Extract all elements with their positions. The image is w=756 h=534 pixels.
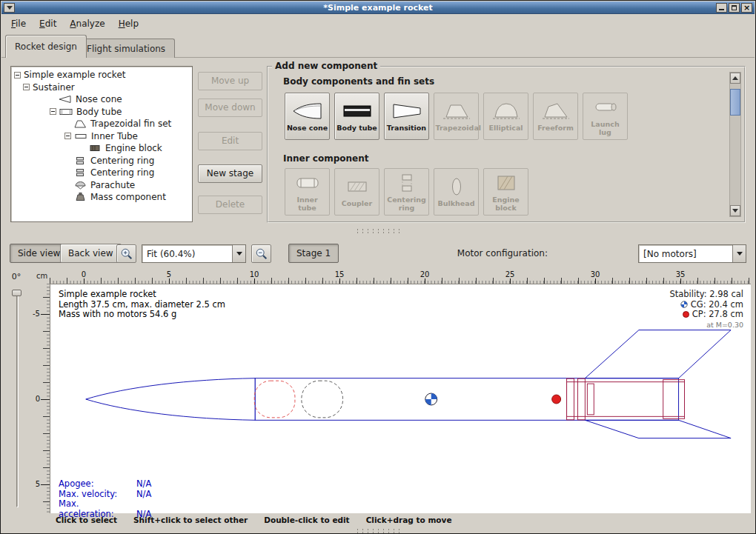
tree-item-fin-set[interactable]: Trapezoidal fin set xyxy=(11,118,192,130)
menu-help[interactable]: Help xyxy=(112,16,145,32)
scrollbar-thumb[interactable] xyxy=(730,89,740,116)
component-button-label: Centering ring xyxy=(386,196,428,212)
engine-block-icon xyxy=(490,172,523,194)
tree-item-label: Centering ring xyxy=(90,156,154,166)
motor-configuration-value: [No motors] xyxy=(639,249,732,259)
component-button-label: Coupler xyxy=(342,200,372,207)
stage-1-toggle[interactable]: Stage 1 xyxy=(288,244,339,263)
motor-configuration-label: Motor configuration: xyxy=(457,248,548,258)
tree-item-inner-tube[interactable]: Inner Tube xyxy=(11,130,192,143)
transition-icon xyxy=(391,100,423,122)
collapse-icon[interactable] xyxy=(64,133,71,139)
collapse-icon[interactable] xyxy=(23,84,30,90)
motor-configuration-select[interactable]: [No motors] xyxy=(638,244,746,263)
scroll-up-button[interactable] xyxy=(730,73,740,84)
mass-component-icon xyxy=(73,193,87,201)
collapse-icon[interactable] xyxy=(14,72,21,79)
ruler-tick-label: 25 xyxy=(505,270,516,278)
zoom-select[interactable]: Fit (60.4%) xyxy=(142,244,246,263)
cp-value: CP: 27.8 cm xyxy=(692,310,743,320)
chevron-down-icon[interactable] xyxy=(232,245,245,262)
zoom-out-icon xyxy=(255,247,268,261)
down-arrow-icon xyxy=(732,209,738,213)
rocket-dimensions: Length 37.5 cm, max. diameter 2.5 cm xyxy=(59,300,225,310)
menu-analyze[interactable]: Analyze xyxy=(63,16,111,32)
scroll-down-button[interactable] xyxy=(730,205,740,216)
add-engine-block-button: Engine block xyxy=(483,168,528,216)
tree-item-label: Trapezoidal fin set xyxy=(90,119,171,129)
add-bulkhead-button: Bulkhead xyxy=(434,168,479,216)
zoom-in-button[interactable] xyxy=(116,244,136,263)
add-nose-cone-button[interactable]: Nose cone xyxy=(285,93,330,140)
cp-marker xyxy=(552,395,561,404)
nose-cone-icon xyxy=(59,95,73,104)
window-title: *Simple example rocket xyxy=(1,1,755,14)
ruler-tick-label: 30 xyxy=(590,270,601,278)
centering-ring-icon xyxy=(73,168,87,177)
add-freeform-fin-button: Freeform xyxy=(533,93,578,140)
slider-handle[interactable] xyxy=(12,290,21,296)
close-button[interactable]: × xyxy=(741,3,752,13)
ruler-tick-label: 15 xyxy=(334,270,345,278)
tree-item-centering-ring-1[interactable]: Centering ring xyxy=(11,155,192,167)
splitter-handle-bottom[interactable] xyxy=(355,528,401,533)
tree-item-rocket[interactable]: Simple example rocket xyxy=(11,69,192,81)
add-transition-button[interactable]: Transition xyxy=(384,93,429,140)
centering-ring-icon xyxy=(391,172,423,194)
back-view-button[interactable]: Back view xyxy=(60,244,122,263)
tree-item-parachute[interactable]: Parachute xyxy=(11,179,192,192)
engine-block-icon xyxy=(88,144,102,153)
ruler-tick-label: 0 xyxy=(81,270,87,278)
add-body-tube-button[interactable]: Body tube xyxy=(334,93,379,140)
hint-shift-select: Shift+click to select other xyxy=(133,515,248,524)
fin-upper-shape[interactable] xyxy=(585,330,731,378)
component-button-label: Bulkhead xyxy=(438,200,475,207)
body-components-label: Body components and fin sets xyxy=(283,76,434,87)
nose-cone-icon xyxy=(291,100,324,122)
cg-marker xyxy=(425,393,437,405)
component-scrollbar[interactable] xyxy=(729,72,741,217)
tree-item-body-tube[interactable]: Body tube xyxy=(11,106,192,119)
add-component-panel: Add new component Body components and fi… xyxy=(267,66,746,223)
tree-item-sustainer[interactable]: Sustainer xyxy=(11,81,192,94)
tree-item-label: Body tube xyxy=(76,107,122,117)
chevron-down-icon[interactable] xyxy=(732,245,746,262)
component-button-label: Transition xyxy=(387,124,426,132)
tree-item-centering-ring-2[interactable]: Centering ring xyxy=(11,167,192,179)
ruler-tick-label: 35 xyxy=(675,270,686,278)
collapse-icon[interactable] xyxy=(50,108,56,115)
nose-cone-shape[interactable] xyxy=(86,378,256,421)
move-up-button: Move up xyxy=(198,72,262,90)
minimize-icon xyxy=(719,9,724,10)
ruler-unit-label: cm xyxy=(36,272,47,280)
zoom-out-button[interactable] xyxy=(251,244,271,263)
tree-item-nose-cone[interactable]: Nose cone xyxy=(11,93,192,106)
tree-item-mass-component[interactable]: Mass component xyxy=(11,191,192,204)
move-down-button: Move down xyxy=(198,99,262,117)
apogee-value: N/A xyxy=(136,478,151,489)
close-icon: × xyxy=(742,4,752,12)
coupler-icon xyxy=(341,176,374,198)
body-tube-shape[interactable] xyxy=(255,378,678,421)
rotation-slider[interactable] xyxy=(11,288,23,510)
splitter-handle[interactable] xyxy=(355,228,401,233)
minimize-button[interactable] xyxy=(716,3,727,13)
add-launch-lug-button: Launch lug xyxy=(583,93,628,140)
edit-button: Edit xyxy=(198,132,262,150)
menu-file[interactable]: File xyxy=(4,16,33,32)
main-tabstrip: Rocket design Flight simulations xyxy=(1,34,755,58)
fin-lower-shape[interactable] xyxy=(585,420,731,438)
tree-item-label: Parachute xyxy=(90,180,135,190)
ruler-tick-label: 5 xyxy=(166,270,172,278)
tab-rocket-design[interactable]: Rocket design xyxy=(5,35,87,58)
maximize-button[interactable] xyxy=(729,3,740,13)
elliptical-fin-icon xyxy=(490,100,523,122)
component-button-label: Trapezoidal xyxy=(436,124,477,132)
tab-flight-simulations[interactable]: Flight simulations xyxy=(77,39,175,58)
stability-info: Stability: 2.98 cal CG: 20.4 cm CP: 27.8… xyxy=(669,290,743,330)
delete-button: Delete xyxy=(198,196,262,214)
new-stage-button[interactable]: New stage xyxy=(198,164,262,183)
menu-edit[interactable]: Edit xyxy=(33,16,63,32)
ruler-tick-label: 5 xyxy=(36,480,40,488)
tree-item-engine-block[interactable]: Engine block xyxy=(11,142,192,155)
